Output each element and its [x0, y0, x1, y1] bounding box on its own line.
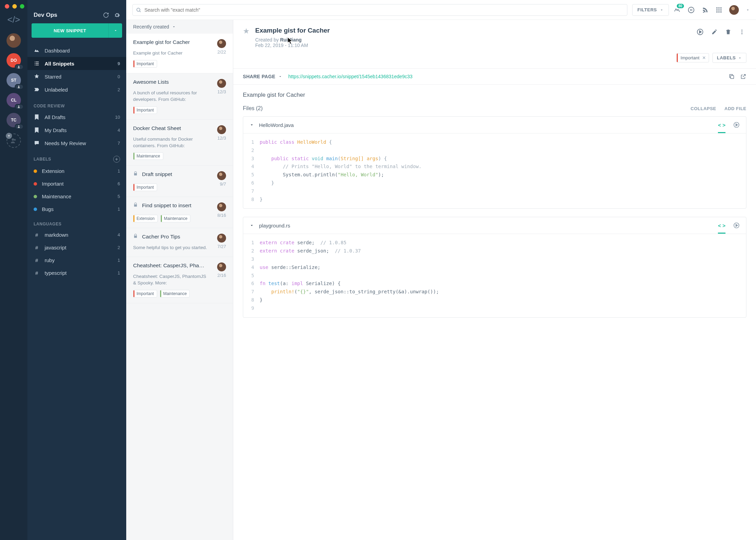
- svg-rect-10: [720, 7, 721, 8]
- share-page-button[interactable]: SHARE PAGE: [243, 74, 282, 79]
- svg-rect-11: [717, 9, 718, 10]
- open-external-icon[interactable]: [740, 73, 746, 80]
- review-all-drafts[interactable]: All Drafts10: [27, 110, 126, 124]
- svg-rect-13: [720, 9, 721, 10]
- new-snippet-button[interactable]: NEW SNIPPET: [32, 23, 108, 38]
- language-typescript[interactable]: #typescript1: [27, 267, 126, 279]
- snippet-list-item[interactable]: Find snippet to insert8/16ExtensionMaint…: [126, 197, 233, 228]
- author-avatar: [217, 234, 226, 243]
- rss-icon[interactable]: [702, 7, 709, 13]
- chevron-down-icon[interactable]: [249, 122, 254, 127]
- sort-dropdown[interactable]: Recently created: [126, 20, 233, 34]
- add-file-button[interactable]: ADD FILE: [724, 106, 746, 111]
- new-snippet-dropdown[interactable]: [108, 23, 122, 38]
- lock-icon: [133, 234, 138, 238]
- copy-icon[interactable]: [729, 73, 735, 80]
- team-rail: </> DOSTCLTC +: [0, 0, 27, 540]
- lock-icon: [133, 171, 138, 176]
- close-window[interactable]: [5, 4, 9, 9]
- edit-icon[interactable]: [710, 27, 719, 36]
- team-avatar-tc[interactable]: TC: [7, 113, 21, 127]
- snippet-list-item[interactable]: Example gist for CacherExample gist for …: [126, 34, 233, 73]
- svg-rect-14: [717, 11, 718, 12]
- section-code-review: CODE REVIEW: [27, 97, 126, 110]
- activity-icon[interactable]: 80: [674, 7, 681, 13]
- files-count: Files (2): [243, 105, 263, 111]
- author-avatar: [217, 262, 226, 271]
- label-bugs[interactable]: Bugs1: [27, 203, 126, 215]
- author-avatar: [217, 79, 226, 88]
- label-maintenance[interactable]: Maintenance5: [27, 190, 126, 203]
- collapse-button[interactable]: COLLAPSE: [690, 106, 716, 111]
- labels-button[interactable]: LABELS: [712, 53, 746, 63]
- snippet-list-item[interactable]: Cheatsheet: CasperJS, Pha…Cheatsheet: Ca…: [126, 257, 233, 303]
- team-avatar-st[interactable]: ST: [7, 73, 21, 87]
- team-avatar-cl[interactable]: CL: [7, 93, 21, 107]
- user-avatar[interactable]: [729, 5, 739, 15]
- review-my-drafts[interactable]: My Drafts4: [27, 124, 126, 137]
- more-icon[interactable]: [737, 27, 746, 36]
- run-file-icon[interactable]: [733, 222, 740, 229]
- file-name: playground.rs: [259, 223, 713, 228]
- snippet-detail: ★ Example gist for Cacher Created by Rui…: [233, 20, 756, 540]
- activity-badge: 80: [677, 4, 684, 8]
- code-view-icon[interactable]: < >: [718, 223, 725, 234]
- snippet-list-item[interactable]: Cacher Pro TipsSome helpful tips to get …: [126, 228, 233, 257]
- team-avatar-do[interactable]: DO: [7, 53, 21, 68]
- language-markdown[interactable]: #markdown4: [27, 228, 126, 241]
- svg-point-20: [742, 33, 743, 34]
- nav-dashboard[interactable]: Dashboard: [27, 44, 126, 57]
- run-icon[interactable]: [695, 27, 705, 37]
- label-extension[interactable]: Extension1: [27, 165, 126, 177]
- svg-rect-16: [720, 11, 721, 12]
- svg-point-3: [18, 126, 19, 127]
- snippet-description: Example gist for Cacher: [243, 92, 746, 98]
- chevron-down-icon[interactable]: [249, 223, 254, 228]
- author-avatar: [217, 39, 226, 48]
- share-url[interactable]: https://snippets.cacher.io/snippet/1545e…: [288, 74, 722, 79]
- svg-point-6: [137, 8, 140, 11]
- sync-icon[interactable]: [687, 6, 695, 14]
- app-logo-icon: </>: [7, 14, 20, 25]
- file-name: HelloWord.java: [259, 122, 713, 128]
- search-input[interactable]: [132, 4, 627, 16]
- workspace-title: Dev Ops: [34, 12, 57, 19]
- snippet-list-item[interactable]: Draft snippet9/7Important: [126, 166, 233, 197]
- svg-rect-9: [718, 7, 719, 8]
- language-javascript[interactable]: #javascript2: [27, 241, 126, 254]
- filters-button[interactable]: FILTERS: [632, 4, 669, 16]
- snippet-list-item[interactable]: Docker Cheat SheetUseful commands for Do…: [126, 120, 233, 166]
- label-important[interactable]: Important6: [27, 177, 126, 190]
- snippet-list-item[interactable]: Awesome ListsA bunch of useful resources…: [126, 73, 233, 120]
- refresh-icon[interactable]: [103, 12, 109, 18]
- language-ruby[interactable]: #ruby1: [27, 254, 126, 267]
- window-traffic-lights[interactable]: [5, 4, 24, 9]
- run-file-icon[interactable]: [733, 121, 740, 128]
- svg-point-7: [688, 7, 694, 13]
- svg-rect-12: [718, 9, 719, 10]
- star-icon[interactable]: ★: [243, 27, 250, 36]
- file-card: HelloWord.java< >1public class HelloWorl…: [243, 116, 746, 209]
- nav-all-snippets[interactable]: All Snippets9: [27, 57, 126, 70]
- svg-point-19: [742, 32, 743, 33]
- nav-starred[interactable]: Starred0: [27, 70, 126, 83]
- gear-icon[interactable]: [114, 12, 120, 18]
- user-menu-chevron-icon[interactable]: [746, 8, 750, 12]
- author-avatar: [217, 202, 226, 211]
- team-avatar-user[interactable]: [7, 33, 21, 48]
- maximize-window[interactable]: [20, 4, 24, 9]
- apps-icon[interactable]: [716, 7, 722, 13]
- review-needs-my-review[interactable]: Needs My Review7: [27, 137, 126, 150]
- label-chip[interactable]: Important ✕: [676, 53, 709, 62]
- add-team-button[interactable]: +: [7, 133, 21, 148]
- svg-point-5: [14, 139, 16, 141]
- snippet-meta: Created by Rui Jiang Feb 22, 2019 - 11:1…: [255, 37, 689, 48]
- minimize-window[interactable]: [12, 4, 17, 9]
- delete-icon[interactable]: [724, 27, 733, 36]
- remove-label-icon[interactable]: ✕: [702, 55, 706, 60]
- add-label-button[interactable]: +: [113, 156, 120, 163]
- nav-unlabeled[interactable]: Unlabeled2: [27, 83, 126, 96]
- author-avatar: [217, 125, 226, 134]
- code-view-icon[interactable]: < >: [718, 122, 725, 133]
- svg-point-4: [12, 138, 14, 141]
